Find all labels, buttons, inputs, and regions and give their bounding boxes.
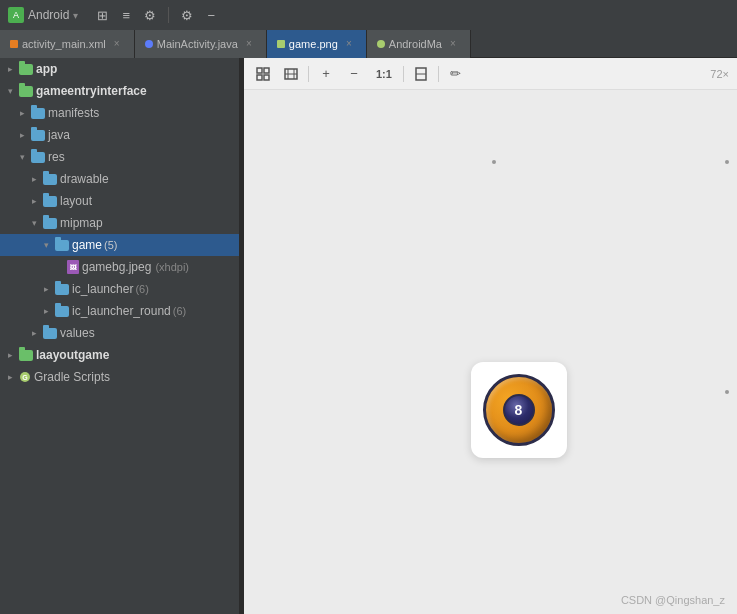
svg-text:G: G xyxy=(22,374,28,381)
zoom-out-button[interactable]: − xyxy=(343,63,365,85)
arrow-gradle xyxy=(4,371,16,383)
item-count-game: (5) xyxy=(104,239,117,251)
folder-icon-app xyxy=(19,64,33,75)
filter-icon[interactable]: ⚙ xyxy=(140,5,160,25)
item-label-gradle-scripts: Gradle Scripts xyxy=(34,370,110,384)
tree-item-laayoutgame[interactable]: laayoutgame xyxy=(0,344,239,366)
tree-item-values[interactable]: values xyxy=(0,322,239,344)
settings-icon[interactable]: ⚙ xyxy=(177,5,197,25)
tree-item-app[interactable]: app xyxy=(0,58,239,80)
tree-item-res[interactable]: res xyxy=(0,146,239,168)
tree-item-gradle-scripts[interactable]: G Gradle Scripts xyxy=(0,366,239,388)
item-label-ic-launcher-round: ic_launcher_round xyxy=(72,304,171,318)
fit-all-button[interactable] xyxy=(252,63,274,85)
item-label-game: game xyxy=(72,238,102,252)
item-label-values: values xyxy=(60,326,95,340)
zoom-in-button[interactable]: + xyxy=(315,63,337,85)
item-label-mipmap: mipmap xyxy=(60,216,103,230)
png-file-icon xyxy=(277,40,285,48)
corner-dot-br xyxy=(725,390,729,394)
tab-label: MainActivity.java xyxy=(157,38,238,50)
arrow-res xyxy=(16,151,28,163)
item-label-app: app xyxy=(36,62,57,76)
main-area: app gameentryinterface manifests java re… xyxy=(0,58,737,614)
folder-icon-game xyxy=(55,240,69,251)
project-selector[interactable]: A Android ▾ xyxy=(8,7,78,23)
tree-item-ic-launcher[interactable]: ic_launcher (6) xyxy=(0,278,239,300)
ball-8-text: 8 xyxy=(515,402,523,418)
tree-item-game[interactable]: game (5) xyxy=(0,234,239,256)
tree-item-gameentryinterface[interactable]: gameentryinterface xyxy=(0,80,239,102)
fit-page-button[interactable] xyxy=(410,63,432,85)
folder-icon-res xyxy=(31,152,45,163)
item-label-java: java xyxy=(48,128,70,142)
tab-activity-main-xml[interactable]: activity_main.xml × xyxy=(0,30,135,58)
image-toolbar: + − 1:1 ✏ 72× xyxy=(244,58,737,90)
top-toolbar-icons: ⊞ ≡ ⚙ ⚙ − xyxy=(92,5,221,25)
android-file-icon xyxy=(377,40,385,48)
arrow-drawable xyxy=(28,173,40,185)
tab-mainactivity-java[interactable]: MainActivity.java × xyxy=(135,30,267,58)
item-label-res: res xyxy=(48,150,65,164)
tab-label: AndroidMa xyxy=(389,38,442,50)
toolbar-sep-2 xyxy=(403,66,404,82)
tree-item-ic-launcher-round[interactable]: ic_launcher_round (6) xyxy=(0,300,239,322)
item-label-gameentryinterface: gameentryinterface xyxy=(36,84,147,98)
tab-close-java[interactable]: × xyxy=(242,37,256,51)
tab-close-png[interactable]: × xyxy=(342,37,356,51)
tree-item-manifests[interactable]: manifests xyxy=(0,102,239,124)
tab-bar: activity_main.xml × MainActivity.java × … xyxy=(0,30,737,58)
item-count-ic-launcher: (6) xyxy=(135,283,148,295)
fit-window-button[interactable] xyxy=(280,63,302,85)
folder-icon-ic-launcher-round xyxy=(55,306,69,317)
arrow-values xyxy=(28,327,40,339)
list-icon[interactable]: ≡ xyxy=(116,5,136,25)
ball-outer-circle: 8 xyxy=(483,374,555,446)
svg-rect-3 xyxy=(264,68,269,73)
item-label-manifests: manifests xyxy=(48,106,99,120)
file-icon-gamebg: 🖼 xyxy=(67,260,79,274)
corner-dot-tl xyxy=(492,160,496,164)
project-tree: app gameentryinterface manifests java re… xyxy=(0,58,240,614)
tab-androidma[interactable]: AndroidMa × xyxy=(367,30,471,58)
item-label-layout: layout xyxy=(60,194,92,208)
item-label-gamebg: gamebg.jpeg xyxy=(82,260,151,274)
tree-item-mipmap[interactable]: mipmap xyxy=(0,212,239,234)
arrow-laayoutgame xyxy=(4,349,16,361)
separator xyxy=(168,7,169,23)
tree-item-layout[interactable]: layout xyxy=(0,190,239,212)
image-canvas: 8 CSDN @Qingshan_z xyxy=(244,90,737,614)
folder-icon-drawable xyxy=(43,174,57,185)
arrow-manifests xyxy=(16,107,28,119)
minus-icon[interactable]: − xyxy=(201,5,221,25)
toolbar-sep-1 xyxy=(308,66,309,82)
item-label-drawable: drawable xyxy=(60,172,109,186)
item-count-ic-launcher-round: (6) xyxy=(173,305,186,317)
edit-pencil-button[interactable]: ✏ xyxy=(445,63,467,85)
tree-icon[interactable]: ⊞ xyxy=(92,5,112,25)
tab-close-android[interactable]: × xyxy=(446,37,460,51)
top-bar: A Android ▾ ⊞ ≡ ⚙ ⚙ − xyxy=(0,0,737,30)
arrow-gameentryinterface xyxy=(4,85,16,97)
folder-icon-values xyxy=(43,328,57,339)
arrow-game xyxy=(40,239,52,251)
tree-item-java[interactable]: java xyxy=(0,124,239,146)
arrow-app xyxy=(4,63,16,75)
folder-icon-laayoutgame xyxy=(19,350,33,361)
android-icon: A xyxy=(8,7,24,23)
image-viewer: + − 1:1 ✏ 72× xyxy=(244,58,737,614)
java-file-icon xyxy=(145,40,153,48)
game-png-preview: 8 xyxy=(471,362,567,458)
svg-rect-2 xyxy=(257,68,262,73)
tree-item-gamebg[interactable]: 🖼 gamebg.jpeg (xhdpi) xyxy=(0,256,239,278)
arrow-ic-launcher xyxy=(40,283,52,295)
tab-game-png[interactable]: game.png × xyxy=(267,30,367,58)
project-label: Android xyxy=(28,8,69,22)
item-suffix-gamebg: (xhdpi) xyxy=(155,261,189,273)
zoom-1-1-button[interactable]: 1:1 xyxy=(371,65,397,83)
arrow-java xyxy=(16,129,28,141)
svg-rect-4 xyxy=(257,75,262,80)
watermark: CSDN @Qingshan_z xyxy=(621,594,725,606)
tree-item-drawable[interactable]: drawable xyxy=(0,168,239,190)
tab-close-xml[interactable]: × xyxy=(110,37,124,51)
